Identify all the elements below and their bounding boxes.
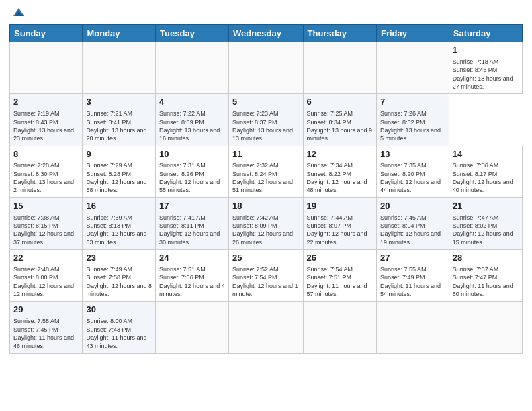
calendar-week-6: 29 Sunrise: 7:58 AMSunset: 7:45 PMDaylig… <box>10 302 523 353</box>
day-info: Sunrise: 7:18 AMSunset: 8:45 PMDaylight:… <box>453 58 513 90</box>
calendar-cell: 6 Sunrise: 7:25 AMSunset: 8:34 PMDayligh… <box>303 94 376 146</box>
day-number: 15 <box>13 201 79 212</box>
calendar-cell: 12 Sunrise: 7:34 AMSunset: 8:22 PMDaylig… <box>303 146 376 197</box>
day-number: 4 <box>159 97 225 108</box>
calendar-cell: 15 Sunrise: 7:38 AMSunset: 8:15 PMDaylig… <box>10 197 83 249</box>
calendar-cell: 16 Sunrise: 7:39 AMSunset: 8:13 PMDaylig… <box>83 197 156 249</box>
day-info: Sunrise: 7:19 AMSunset: 8:43 PMDaylight:… <box>13 110 74 142</box>
day-number: 14 <box>453 149 519 161</box>
day-number: 25 <box>232 253 300 264</box>
day-info: Sunrise: 7:48 AMSunset: 8:00 PMDaylight:… <box>13 266 74 298</box>
calendar-cell <box>228 302 303 353</box>
calendar-cell <box>228 42 303 94</box>
day-number: 8 <box>13 149 79 161</box>
day-number: 7 <box>380 97 445 108</box>
calendar-cell <box>156 42 229 94</box>
day-info: Sunrise: 7:42 AMSunset: 8:09 PMDaylight:… <box>232 214 293 246</box>
calendar-cell: 30 Sunrise: 8:00 AMSunset: 7:43 PMDaylig… <box>83 302 156 353</box>
calendar-cell: 26 Sunrise: 7:54 AMSunset: 7:51 PMDaylig… <box>303 250 376 302</box>
header-monday: Monday <box>83 25 156 42</box>
day-info: Sunrise: 7:26 AMSunset: 8:32 PMDaylight:… <box>380 110 441 142</box>
day-info: Sunrise: 7:41 AMSunset: 8:11 PMDaylight:… <box>159 214 220 246</box>
calendar-week-5: 22 Sunrise: 7:48 AMSunset: 8:00 PMDaylig… <box>10 250 523 302</box>
day-info: Sunrise: 8:00 AMSunset: 7:43 PMDaylight:… <box>86 318 146 349</box>
calendar-cell: 7 Sunrise: 7:26 AMSunset: 8:32 PMDayligh… <box>376 94 449 146</box>
day-info: Sunrise: 7:49 AMSunset: 7:58 PMDaylight:… <box>86 266 152 298</box>
calendar-cell: 22 Sunrise: 7:48 AMSunset: 8:00 PMDaylig… <box>10 250 83 302</box>
day-number: 11 <box>232 149 300 161</box>
calendar-cell: 14 Sunrise: 7:36 AMSunset: 8:17 PMDaylig… <box>449 146 522 197</box>
calendar-cell <box>449 302 522 353</box>
day-info: Sunrise: 7:25 AMSunset: 8:34 PMDaylight:… <box>307 110 373 142</box>
calendar-cell: 8 Sunrise: 7:28 AMSunset: 8:30 PMDayligh… <box>10 146 83 197</box>
calendar-cell: 25 Sunrise: 7:52 AMSunset: 7:54 PMDaylig… <box>228 250 303 302</box>
day-info: Sunrise: 7:47 AMSunset: 8:02 PMDaylight:… <box>453 214 513 246</box>
header-thursday: Thursday <box>303 25 376 42</box>
day-number: 30 <box>86 304 152 316</box>
day-info: Sunrise: 7:45 AMSunset: 8:04 PMDaylight:… <box>380 214 441 246</box>
calendar-cell <box>303 302 376 353</box>
header-wednesday: Wednesday <box>228 25 303 42</box>
calendar-cell <box>156 302 229 353</box>
calendar-cell <box>10 42 83 94</box>
calendar-table: SundayMondayTuesdayWednesdayThursdayFrid… <box>9 24 523 354</box>
day-number: 2 <box>13 97 79 108</box>
day-info: Sunrise: 7:51 AMSunset: 7:56 PMDaylight:… <box>159 266 225 298</box>
calendar-cell: 5 Sunrise: 7:23 AMSunset: 8:37 PMDayligh… <box>228 94 303 146</box>
day-info: Sunrise: 7:32 AMSunset: 8:24 PMDaylight:… <box>232 162 293 193</box>
calendar-cell: 13 Sunrise: 7:35 AMSunset: 8:20 PMDaylig… <box>376 146 449 197</box>
day-number: 10 <box>159 149 225 161</box>
calendar-cell: 17 Sunrise: 7:41 AMSunset: 8:11 PMDaylig… <box>156 197 229 249</box>
calendar-cell: 9 Sunrise: 7:29 AMSunset: 8:28 PMDayligh… <box>83 146 156 197</box>
day-number: 23 <box>86 253 152 264</box>
day-info: Sunrise: 7:58 AMSunset: 7:45 PMDaylight:… <box>13 318 74 349</box>
calendar-cell: 28 Sunrise: 7:57 AMSunset: 7:47 PMDaylig… <box>449 250 522 302</box>
day-info: Sunrise: 7:31 AMSunset: 8:26 PMDaylight:… <box>159 162 220 193</box>
header-tuesday: Tuesday <box>156 25 229 42</box>
calendar-cell: 1 Sunrise: 7:18 AMSunset: 8:45 PMDayligh… <box>449 42 522 94</box>
calendar-cell: 2 Sunrise: 7:19 AMSunset: 8:43 PMDayligh… <box>10 94 83 146</box>
calendar-cell: 29 Sunrise: 7:58 AMSunset: 7:45 PMDaylig… <box>10 302 83 353</box>
day-number: 27 <box>380 253 445 264</box>
day-number: 13 <box>380 149 445 161</box>
calendar-cell: 21 Sunrise: 7:47 AMSunset: 8:02 PMDaylig… <box>449 197 522 249</box>
day-number: 18 <box>232 201 300 212</box>
header-friday: Friday <box>376 25 449 42</box>
calendar-week-4: 15 Sunrise: 7:38 AMSunset: 8:15 PMDaylig… <box>10 197 523 249</box>
calendar-cell: 4 Sunrise: 7:22 AMSunset: 8:39 PMDayligh… <box>156 94 229 146</box>
day-number: 6 <box>307 97 373 108</box>
day-info: Sunrise: 7:57 AMSunset: 7:47 PMDaylight:… <box>453 266 513 298</box>
calendar-cell <box>83 42 156 94</box>
day-number: 29 <box>13 304 79 316</box>
calendar-cell: 18 Sunrise: 7:42 AMSunset: 8:09 PMDaylig… <box>228 197 303 249</box>
calendar-cell <box>376 42 449 94</box>
calendar-cell: 10 Sunrise: 7:31 AMSunset: 8:26 PMDaylig… <box>156 146 229 197</box>
day-number: 28 <box>453 253 519 264</box>
day-number: 22 <box>13 253 79 264</box>
day-info: Sunrise: 7:38 AMSunset: 8:15 PMDaylight:… <box>13 214 74 246</box>
logo-area <box>9 7 26 20</box>
day-number: 24 <box>159 253 225 264</box>
day-number: 26 <box>307 253 373 264</box>
day-number: 12 <box>307 149 373 161</box>
day-info: Sunrise: 7:44 AMSunset: 8:07 PMDaylight:… <box>307 214 367 246</box>
day-number: 9 <box>86 149 152 161</box>
day-info: Sunrise: 7:52 AMSunset: 7:54 PMDaylight:… <box>232 266 298 298</box>
calendar-week-2: 2 Sunrise: 7:19 AMSunset: 8:43 PMDayligh… <box>10 94 523 146</box>
day-number: 20 <box>380 201 445 212</box>
calendar-cell: 19 Sunrise: 7:44 AMSunset: 8:07 PMDaylig… <box>303 197 376 249</box>
logo-icon <box>12 7 26 20</box>
day-info: Sunrise: 7:39 AMSunset: 8:13 PMDaylight:… <box>86 214 146 246</box>
calendar-cell: 24 Sunrise: 7:51 AMSunset: 7:56 PMDaylig… <box>156 250 229 302</box>
calendar-cell: 27 Sunrise: 7:55 AMSunset: 7:49 PMDaylig… <box>376 250 449 302</box>
day-number: 19 <box>307 201 373 212</box>
day-number: 3 <box>86 97 152 108</box>
day-info: Sunrise: 7:34 AMSunset: 8:22 PMDaylight:… <box>307 162 367 193</box>
calendar-cell: 11 Sunrise: 7:32 AMSunset: 8:24 PMDaylig… <box>228 146 303 197</box>
calendar-week-1: 1 Sunrise: 7:18 AMSunset: 8:45 PMDayligh… <box>10 42 523 94</box>
calendar-cell: 20 Sunrise: 7:45 AMSunset: 8:04 PMDaylig… <box>376 197 449 249</box>
header-sunday: Sunday <box>10 25 83 42</box>
day-info: Sunrise: 7:21 AMSunset: 8:41 PMDaylight:… <box>86 110 146 142</box>
calendar-cell: 23 Sunrise: 7:49 AMSunset: 7:58 PMDaylig… <box>83 250 156 302</box>
day-info: Sunrise: 7:55 AMSunset: 7:49 PMDaylight:… <box>380 266 441 298</box>
